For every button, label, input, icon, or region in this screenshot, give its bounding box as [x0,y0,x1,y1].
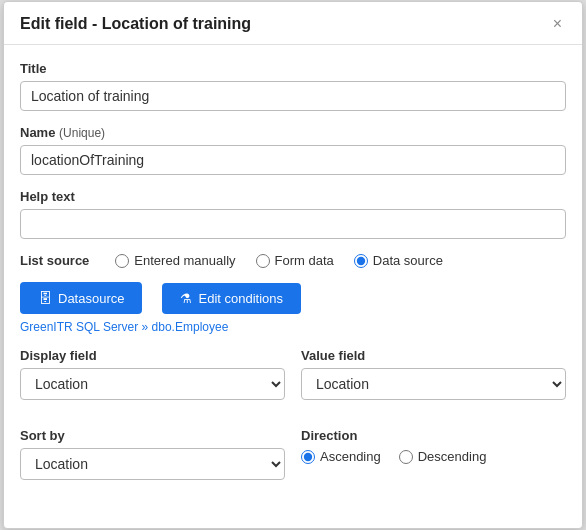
radio-entered-manually-label: Entered manually [134,253,235,268]
radio-descending-label: Descending [418,449,487,464]
filter-icon [180,291,192,306]
radio-ascending[interactable]: Ascending [301,449,381,464]
edit-conditions-button-label: Edit conditions [198,291,283,306]
sort-direction-row: Sort by Location Direction Ascending Des… [20,428,566,494]
name-label: Name (Unique) [20,125,566,140]
dialog-header: Edit field - Location of training × [4,2,582,45]
radio-descending-input[interactable] [399,450,413,464]
radio-form-data[interactable]: Form data [256,253,334,268]
radio-entered-manually[interactable]: Entered manually [115,253,235,268]
edit-conditions-button[interactable]: Edit conditions [162,283,301,314]
help-text-label: Help text [20,189,566,204]
value-field-label: Value field [301,348,566,363]
name-group: Name (Unique) [20,125,566,175]
display-field-label: Display field [20,348,285,363]
radio-descending[interactable]: Descending [399,449,487,464]
value-field-group: Value field Location [301,348,566,400]
display-field-select[interactable]: Location [20,368,285,400]
radio-data-source-label: Data source [373,253,443,268]
name-note: (Unique) [59,126,105,140]
sort-by-group: Sort by Location [20,428,285,480]
title-group: Title [20,61,566,111]
help-text-input[interactable] [20,209,566,239]
radio-form-data-input[interactable] [256,254,270,268]
sort-by-label: Sort by [20,428,285,443]
radio-data-source-input[interactable] [354,254,368,268]
sort-by-select[interactable]: Location [20,448,285,480]
radio-form-data-label: Form data [275,253,334,268]
value-field-select[interactable]: Location [301,368,566,400]
radio-entered-manually-input[interactable] [115,254,129,268]
radio-data-source[interactable]: Data source [354,253,443,268]
display-field-group: Display field Location [20,348,285,400]
db-icon [38,290,52,306]
help-text-group: Help text [20,189,566,239]
close-button[interactable]: × [549,14,566,34]
list-source-label: List source [20,253,89,268]
dialog-body: Title Name (Unique) Help text List sourc… [4,45,582,528]
title-label: Title [20,61,566,76]
radio-ascending-input[interactable] [301,450,315,464]
datasource-button-label: Datasource [58,291,124,306]
datasource-link[interactable]: GreenITR SQL Server » dbo.Employee [20,320,566,334]
direction-options: Ascending Descending [301,449,566,464]
datasource-button[interactable]: Datasource [20,282,142,314]
list-source-row: List source Entered manually Form data D… [20,253,566,268]
display-value-row: Display field Location Value field Locat… [20,348,566,414]
title-input[interactable] [20,81,566,111]
direction-label: Direction [301,428,566,443]
direction-group: Direction Ascending Descending [301,428,566,480]
edit-field-dialog: Edit field - Location of training × Titl… [3,1,583,529]
action-buttons-row: Datasource Edit conditions [20,282,566,314]
name-input[interactable] [20,145,566,175]
radio-ascending-label: Ascending [320,449,381,464]
dialog-title: Edit field - Location of training [20,15,251,33]
